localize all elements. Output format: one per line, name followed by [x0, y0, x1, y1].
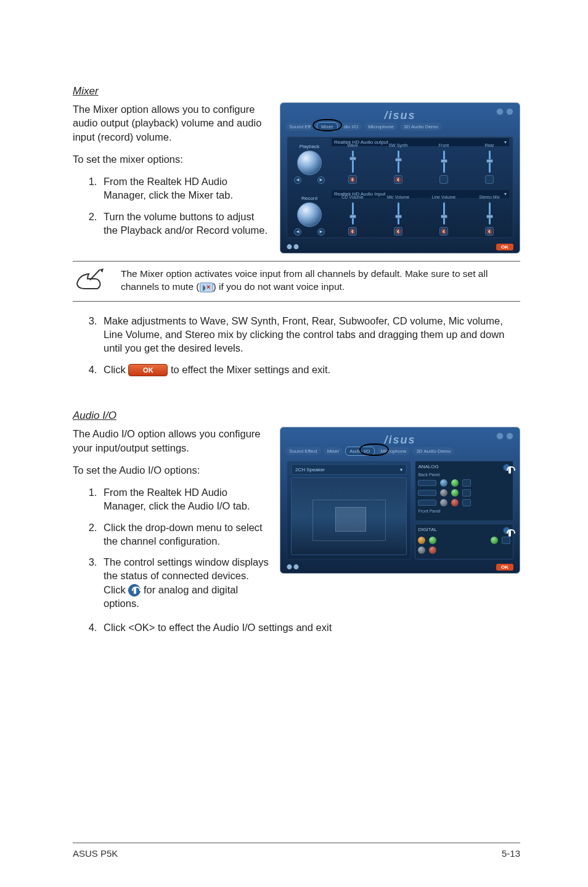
tool-icon	[418, 547, 425, 554]
audioio-step-2: Click the drop-down menu to select the c…	[100, 521, 269, 548]
footer-left: ASUS P5K	[73, 848, 118, 859]
mixer-intro: The Mixer option allows you to configure…	[73, 102, 269, 144]
audioio-tabs: Sound Effect Mixer Audio I/O Microphone …	[285, 446, 515, 456]
mute-icon[interactable]: 🔇	[394, 227, 402, 236]
audioio-step-4: Click <OK> to effect the Audio I/O setti…	[100, 621, 520, 634]
brand-logo: /isus	[384, 434, 415, 447]
mute-icon[interactable]: 🔇	[485, 227, 494, 236]
speaker-illustration	[291, 477, 407, 555]
tab-sound-effect[interactable]: Sound Effect	[285, 447, 321, 455]
playback-volume-knob[interactable]	[297, 151, 322, 175]
next-icon[interactable]: ►	[317, 228, 325, 236]
tool-icon[interactable]	[503, 527, 510, 534]
prev-icon[interactable]: ◄	[294, 228, 301, 236]
ok-inline-icon: OK	[128, 364, 168, 376]
mute-inline-icon	[200, 283, 213, 292]
audioio-toset: To set the Audio I/O options:	[73, 463, 269, 477]
audioio-heading: Audio I/O	[73, 410, 520, 422]
mixer-step-2: Turn the volume buttons to adjust the Pl…	[100, 210, 269, 237]
mute-icon[interactable]: 🔇	[348, 227, 357, 236]
tab-mixer[interactable]: Mixer	[317, 122, 338, 131]
tab-audio-io[interactable]: dio I/O	[340, 123, 362, 131]
mute-icon[interactable]	[439, 175, 448, 184]
mixer-screenshot: /isus Sound Eff Mixer dio I/O Microphone…	[280, 102, 520, 254]
prev-icon[interactable]: ◄	[294, 176, 301, 184]
mute-icon[interactable]: 🔇	[439, 227, 448, 236]
tab-3d-audio-demo[interactable]: 3D Audio Demo	[412, 447, 454, 455]
tab-microphone[interactable]: Microphone	[377, 447, 410, 455]
tab-3d-audio-demo[interactable]: 3D Audio Demo	[400, 123, 442, 131]
record-label: Record	[291, 196, 328, 201]
tool-icon[interactable]	[503, 464, 510, 471]
mixer-step-3: Make adjustments to Wave, SW Synth, Fron…	[100, 314, 520, 355]
footer-right: 5-13	[502, 848, 520, 859]
next-icon[interactable]: ►	[317, 176, 325, 184]
audioio-step-1: From the Realtek HD Audio Manager, click…	[100, 485, 269, 513]
tab-sound-effect[interactable]: Sound Eff	[285, 123, 314, 131]
page-footer: ASUS P5K 5-13	[73, 843, 520, 859]
note-text: The Mixer option activates voice input f…	[121, 268, 520, 294]
brand-logo: /isus	[384, 109, 415, 122]
window-controls	[496, 108, 513, 115]
mute-icon[interactable]	[485, 175, 494, 184]
tool-inline-icon	[128, 584, 141, 596]
headphone-icon	[418, 537, 425, 544]
tab-mixer[interactable]: Mixer	[324, 447, 343, 455]
tab-audio-io[interactable]: Audio I/O	[345, 447, 374, 456]
mixer-tabs: Sound Eff Mixer dio I/O Microphone 3D Au…	[285, 122, 515, 131]
note-icon	[75, 268, 104, 292]
mute-icon[interactable]: 🔇	[394, 175, 402, 184]
record-volume-knob[interactable]	[297, 202, 322, 227]
ok-button[interactable]: OK	[496, 564, 513, 571]
mixer-step-4: Click OK to effect the Mixer settings an…	[100, 363, 520, 377]
ok-button[interactable]: OK	[496, 244, 513, 250]
audioio-step-3: The control settings window displays the…	[100, 555, 269, 610]
window-controls	[496, 432, 513, 440]
tab-microphone[interactable]: Microphone	[364, 123, 398, 131]
mute-icon[interactable]: 🔇	[348, 175, 357, 184]
mixer-step-1: From the Realtek HD Audio Manager, click…	[100, 175, 269, 202]
audioio-screenshot: /isus Sound Effect Mixer Audio I/O Micro…	[280, 427, 520, 574]
audioio-intro: The Audio I/O option allows you configur…	[73, 427, 269, 455]
mixer-toset: To set the mixer options:	[73, 152, 269, 166]
note-box: The Mixer option activates voice input f…	[73, 261, 520, 302]
channel-config-dropdown[interactable]: 2CH Speaker▾	[291, 464, 407, 475]
playback-label: Playback	[291, 144, 328, 149]
mixer-heading: Mixer	[73, 85, 520, 97]
